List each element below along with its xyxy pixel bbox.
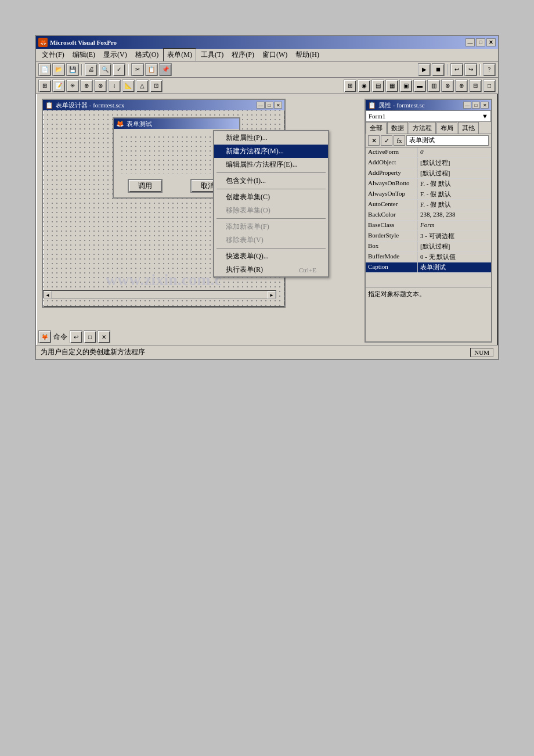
menu-new-method[interactable]: 新建方法程序(M)...: [214, 145, 328, 158]
help-btn[interactable]: ?: [483, 63, 496, 76]
menu-help[interactable]: 帮助(H): [292, 49, 323, 61]
bottom-close-btn[interactable]: ✕: [98, 330, 110, 343]
prop-name-buffermode: BufferMode: [366, 252, 418, 262]
tab-all[interactable]: 全部: [366, 122, 387, 134]
prop-row-activeform[interactable]: ActiveForm 0: [366, 147, 491, 158]
prop-row-buffermode[interactable]: BufferMode 0 - 无 默认值: [366, 252, 491, 262]
prop-row-alwaysbottom[interactable]: AlwaysOnBotto F. - 假 默认: [366, 179, 491, 189]
form-btn3[interactable]: ✳: [66, 80, 79, 92]
form-btn18[interactable]: ⊟: [469, 80, 482, 92]
menu-create-formset[interactable]: 创建表单集(C): [214, 190, 328, 204]
formula-input[interactable]: 表单测试: [406, 135, 489, 146]
tab-method[interactable]: 方法程: [409, 122, 436, 134]
properties-close[interactable]: ✕: [481, 102, 489, 109]
menu-include-file[interactable]: 包含文件(I)...: [214, 174, 328, 188]
menu-tools[interactable]: 工具(T): [197, 49, 227, 61]
bottom-return-btn[interactable]: ↩: [70, 330, 82, 343]
prop-row-baseclass[interactable]: BaseClass Form: [366, 221, 491, 231]
sep1: [81, 64, 82, 75]
check-btn[interactable]: ✓: [113, 63, 125, 76]
content-area: 📋 表单设计器 - formtest.scx — □ ✕ 🦊 表单测试: [36, 94, 498, 344]
prop-row-addproperty[interactable]: AddProperty [默认过程]: [366, 168, 491, 179]
scroll-right[interactable]: ►: [268, 291, 276, 299]
print-btn[interactable]: 🖨: [85, 63, 98, 76]
prop-row-box[interactable]: Box [默认过程]: [366, 242, 491, 252]
form-btn14[interactable]: ▬: [413, 80, 426, 92]
undo-btn[interactable]: ↩: [450, 63, 463, 76]
menu-edit-propmethod[interactable]: 编辑属性/方法程序(E)...: [214, 158, 328, 171]
menu-view[interactable]: 显示(V): [100, 49, 131, 61]
menu-sep4: [217, 248, 326, 249]
prop-row-alwaysontop[interactable]: AlwaysOnTop F. - 假 默认: [366, 189, 491, 200]
menu-quick-form[interactable]: 快速表单(Q)...: [214, 250, 328, 263]
open-btn[interactable]: 📂: [52, 63, 65, 76]
copy-btn[interactable]: 📋: [145, 63, 158, 76]
form-btn4[interactable]: ⊕: [80, 80, 93, 92]
form-btn5[interactable]: ⊗: [94, 80, 107, 92]
formula-confirm-btn[interactable]: ✓: [381, 135, 392, 146]
prop-name-alwaysbottom: AlwaysOnBotto: [366, 179, 418, 189]
menu-edit[interactable]: 编辑(E): [69, 49, 99, 61]
menu-file[interactable]: 文件(F): [38, 49, 68, 61]
tab-layout[interactable]: 布局: [436, 122, 457, 134]
formula-bar: ✕ ✓ fx 表单测试: [366, 134, 491, 147]
run-btn[interactable]: ▶: [418, 63, 431, 76]
form-btn13[interactable]: ▣: [399, 80, 412, 92]
bottom-square-btn[interactable]: □: [84, 330, 96, 343]
cut-btn[interactable]: ✂: [131, 63, 144, 76]
menu-form[interactable]: 表单(M): [163, 48, 196, 62]
save-btn[interactable]: 💾: [66, 63, 79, 76]
menu-add-form: 添加新表单(F): [214, 220, 328, 233]
stop-btn[interactable]: ⏹: [432, 63, 445, 76]
menu-window[interactable]: 窗口(W): [259, 49, 291, 61]
form-btn2[interactable]: 📝: [52, 80, 65, 92]
form-btn17[interactable]: ⊕: [455, 80, 468, 92]
form-designer-maximize[interactable]: □: [265, 102, 273, 109]
prop-row-borderstyle[interactable]: BorderStyle 3 - 可调边框: [366, 231, 491, 242]
maximize-button[interactable]: □: [476, 38, 485, 46]
toolbar-secondary: ⊞ 📝 ✳ ⊕ ⊗ ↕ 📐 △ ⊡ ⊞ ◉ ▤ ▦ ▣ ▬ ▥ ⊗ ⊕ ⊟ □: [36, 78, 498, 94]
radio-btn[interactable]: ◉: [358, 80, 370, 92]
tab-data[interactable]: 数据: [387, 122, 408, 134]
properties-maximize[interactable]: □: [472, 102, 480, 109]
bottom-fox-btn[interactable]: 🦊: [38, 330, 51, 343]
properties-list[interactable]: ActiveForm 0 AddObject [默认过程] AddPropert…: [366, 147, 491, 287]
menu-run-form[interactable]: 执行表单(R) Ctrl+E: [214, 263, 328, 276]
tab-other[interactable]: 其他: [458, 122, 479, 134]
prop-row-backcolor[interactable]: BackColor 238, 238, 238: [366, 210, 491, 221]
horizontal-scrollbar[interactable]: ◄ ►: [43, 290, 276, 298]
preview-btn[interactable]: 🔍: [99, 63, 111, 76]
form-btn15[interactable]: ▥: [427, 80, 440, 92]
form-designer-minimize[interactable]: —: [257, 102, 265, 109]
formula-cancel-btn[interactable]: ✕: [368, 135, 380, 146]
redo-btn[interactable]: ↪: [464, 63, 477, 76]
prop-row-autocenter[interactable]: AutoCenter F. - 假 默认: [366, 200, 491, 210]
paste-btn[interactable]: 📌: [159, 63, 172, 76]
close-button[interactable]: ✕: [486, 38, 496, 46]
prop-row-caption[interactable]: Caption 表单测试: [366, 262, 491, 273]
object-selector[interactable]: Form1 ▼: [366, 110, 491, 122]
window-title: Microsoft Visual FoxPro: [50, 39, 117, 46]
form-btn10[interactable]: ⊞: [344, 80, 356, 92]
form-btn6[interactable]: ↕: [108, 80, 121, 92]
minimize-button[interactable]: —: [466, 38, 475, 46]
formula-fx-btn[interactable]: fx: [394, 135, 405, 146]
form-btn19[interactable]: □: [483, 80, 496, 92]
properties-minimize[interactable]: —: [463, 102, 471, 109]
form-btn16[interactable]: ⊗: [441, 80, 454, 92]
form-btn1[interactable]: ⊞: [38, 80, 51, 92]
menu-program[interactable]: 程序(P): [228, 49, 258, 61]
menu-new-property[interactable]: 新建属性(P)...: [214, 131, 328, 145]
properties-title-buttons: — □ ✕: [463, 102, 489, 109]
prop-row-addobject[interactable]: AddObject [默认过程]: [366, 158, 491, 168]
form-btn7[interactable]: 📐: [122, 80, 135, 92]
new-btn[interactable]: 📄: [38, 63, 51, 76]
menu-format[interactable]: 格式(O): [132, 49, 163, 61]
invoke-button[interactable]: 调用: [128, 179, 163, 193]
scroll-left[interactable]: ◄: [44, 291, 52, 299]
form-btn12[interactable]: ▦: [385, 80, 398, 92]
form-btn11[interactable]: ▤: [371, 80, 384, 92]
form-designer-close[interactable]: ✕: [274, 102, 282, 109]
form-btn9[interactable]: ⊡: [150, 80, 163, 92]
form-btn8[interactable]: △: [136, 80, 149, 92]
